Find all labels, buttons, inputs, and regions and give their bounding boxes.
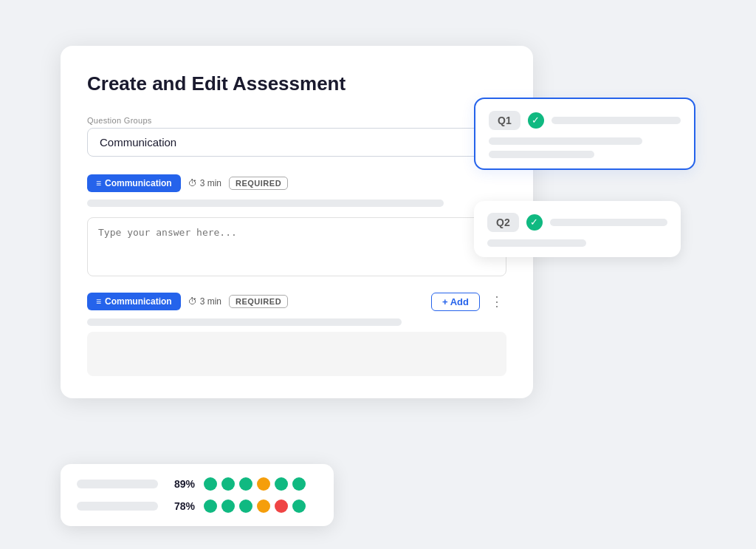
stats-card: 89% 78% [61,464,334,526]
stats-percent-1: 89% [167,478,195,490]
dot-1-6 [292,477,306,491]
dot-2-6 [292,499,306,513]
category-badge-1: ≡ Communication [87,174,181,192]
question-groups-label: Question Groups [87,116,506,125]
select-value: Communication [100,136,176,149]
category-badge-2: ≡ Communication [87,293,181,310]
dot-1-1 [204,477,217,491]
q2-content-line [487,239,586,247]
add-button[interactable]: + Add [431,293,480,311]
scene: Create and Edit Assessment Question Grou… [61,24,695,526]
time-badge-2: ⏱ 3 min [188,296,221,307]
main-card: Create and Edit Assessment Question Grou… [61,46,533,398]
question-meta-2: ≡ Communication ⏱ 3 min REQUIRED + Add ⋮ [87,293,506,311]
dot-1-4 [257,477,270,491]
dot-1-5 [275,477,288,491]
stats-bar-1 [77,480,158,488]
answer-area-2 [87,332,506,376]
required-badge-1: REQUIRED [229,177,288,190]
required-badge-2: REQUIRED [229,295,288,308]
q2-label: Q2 [487,213,519,232]
page-title: Create and Edit Assessment [87,72,506,95]
stats-row-2: 78% [77,499,317,513]
dot-1-3 [239,477,252,491]
q1-content-line-1 [489,137,642,145]
stats-row-1: 89% [77,477,317,491]
question-meta-1: ≡ Communication ⏱ 3 min REQUIRED [87,174,506,192]
time-value-1: 3 min [200,178,221,188]
dot-2-4 [257,499,270,513]
dot-1-2 [221,477,235,491]
time-value-2: 3 min [200,296,221,307]
category-badge-2-label: Communication [105,296,172,307]
answer-textarea-1[interactable] [87,217,506,276]
question-block-1: ≡ Communication ⏱ 3 min REQUIRED [87,174,506,279]
dot-2-2 [221,499,235,513]
more-options-button[interactable]: ⋮ [487,293,506,310]
q1-title-line [551,117,681,124]
stats-dots-1 [204,477,306,491]
q2-check-icon: ✓ [526,214,543,231]
q2-title-line [550,219,667,226]
question-groups-select[interactable]: Communication ▾ [87,128,506,157]
question-line-1 [87,200,444,207]
question-line-2 [87,318,402,326]
stats-bar-2 [77,502,158,511]
list-icon-1: ≡ [96,178,101,188]
q1-card: Q1 ✓ [474,98,695,170]
stats-percent-2: 78% [167,500,195,512]
q2-header: Q2 ✓ [487,213,667,232]
q1-check-icon: ✓ [528,112,544,129]
category-badge-1-label: Communication [105,178,172,188]
dot-2-5 [275,499,288,513]
stats-dots-2 [204,499,306,513]
dot-2-1 [204,499,217,513]
q2-card: Q2 ✓ [474,201,681,257]
clock-icon-1: ⏱ [188,178,197,188]
q1-content-line-2 [489,151,594,158]
dot-2-3 [239,499,252,513]
list-icon-2: ≡ [96,296,101,307]
time-badge-1: ⏱ 3 min [188,178,221,188]
clock-icon-2: ⏱ [188,296,197,307]
question-block-2: ≡ Communication ⏱ 3 min REQUIRED + Add ⋮ [87,293,506,376]
q1-label: Q1 [489,111,520,130]
q1-header: Q1 ✓ [489,111,681,130]
